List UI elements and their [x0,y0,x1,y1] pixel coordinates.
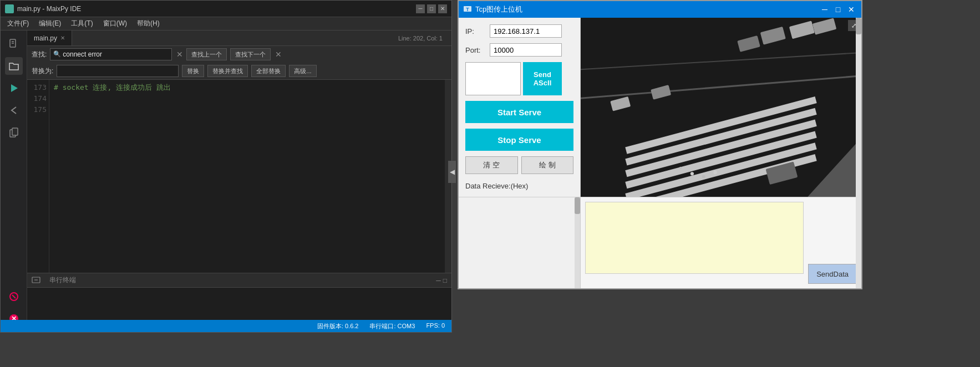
menu-file[interactable]: 文件(F) [3,18,33,29]
tcp-minimize-button[interactable]: ─ [819,4,830,15]
search-find-row: 查找: 🔍 ✕ 查找上一个 查找下一个 ✕ [32,48,282,60]
close-button[interactable]: ✕ [438,4,447,13]
replace-input[interactable] [57,65,179,77]
sidebar-disconnect-icon[interactable] [5,288,23,305]
tcp-title-text: Tcp图传上位机 [475,4,522,14]
find-search-icon: 🔍 [53,50,61,58]
tcp-app-icon: T [463,4,472,15]
image-display: ⤢ [581,18,861,197]
send-data-button[interactable]: SendData [808,264,857,284]
replace-all-button[interactable]: 全部替换 [251,65,286,77]
svg-point-35 [679,167,682,169]
code-line-173: # socket 连接, 连接成功后 跳出 [54,82,447,93]
maixpy-titlebar-controls: ─ □ ✕ [416,4,447,13]
editor-tab-main[interactable]: main.py ✕ [27,30,72,45]
sidebar-file-icon[interactable] [5,35,23,53]
action-buttons: 清 空 绘 制 [465,156,573,174]
terminal-minimize-icon[interactable]: ─ [436,277,441,284]
terminal-tab-serial[interactable]: 串行终端 [49,276,76,285]
terminal-tab-serial-icon [32,276,40,285]
port-input[interactable] [490,43,562,57]
minimize-button[interactable]: ─ [416,4,425,13]
svg-point-34 [713,171,717,174]
code-comment-173: # socket 连接, 连接成功后 跳出 [54,82,171,93]
maixpy-titlebar-left: main.py - MaixPy IDE [5,4,81,13]
serial-port: 串行端口: COM3 [369,322,415,330]
search-close-icon[interactable]: ✕ [275,50,282,59]
sidebar-copy-icon[interactable] [5,124,23,141]
ip-field-row: IP: [465,24,573,38]
search-clear-icon[interactable]: ✕ [176,50,183,59]
maixpy-body: ✕ main.py ✕ Line: 202, Col: 1 查找: 🔍 [1,30,451,332]
hex-vertical-scrollbar[interactable] [575,197,580,288]
draw-button[interactable]: 绘 制 [521,156,574,174]
editor-tabs: main.py ✕ Line: 202, Col: 1 [27,30,451,46]
send-area: SendAScII [465,62,573,95]
send-text-area[interactable] [465,62,521,95]
tcp-scrollbar-handle[interactable] [856,18,861,34]
search-bar: 查找: 🔍 ✕ 查找上一个 查找下一个 ✕ 替换为: 替换 替换并查找 全部替换 [27,46,451,80]
replace-find-button[interactable]: 替换并查找 [207,65,248,77]
maixpy-title-text: main.py - MaixPy IDE [17,5,81,13]
sidebar-back-icon[interactable] [5,101,23,119]
terminal-tabs: 串行终端 ─ □ [27,273,451,288]
svg-marker-3 [11,84,18,92]
menu-window[interactable]: 窗口(W) [99,18,131,29]
replace-label: 替换为: [32,67,53,76]
ip-input[interactable] [490,24,562,38]
line-number-175: 175 [27,104,47,115]
tcp-titlebar: T Tcp图传上位机 ─ □ ✕ [459,1,861,18]
svg-rect-5 [12,128,18,135]
terminal-maximize-icon[interactable]: □ [443,277,447,284]
svg-point-32 [690,172,694,175]
terminal-tab-labels: 串行终端 [32,276,76,285]
maixpy-sidebar: ✕ [1,30,27,332]
send-ascii-button[interactable]: SendAScII [523,62,562,95]
menu-help[interactable]: 帮助(H) [133,18,164,29]
maximize-button[interactable]: □ [427,4,436,13]
maixpy-menubar: 文件(F) 编辑(E) 工具(T) 窗口(W) 帮助(H) [1,17,451,30]
sidebar-folder-icon[interactable] [5,57,23,75]
tcp-right-panel: ⤢ [581,18,861,197]
status-right: 固件版本: 0.6.2 串行端口: COM3 FPS: 0 [317,322,445,330]
terminal-tab-controls: ─ □ [436,277,447,284]
advanced-button[interactable]: 高级... [289,65,316,77]
maixpy-titlebar: main.py - MaixPy IDE ─ □ ✕ [1,1,451,17]
stop-serve-button[interactable]: Stop Serve [465,129,573,151]
port-label: Port: [465,46,485,54]
tcp-close-button[interactable]: ✕ [846,4,857,15]
search-label: 查找: [32,50,47,59]
menu-edit[interactable]: 编辑(E) [34,18,65,29]
search-prev-button[interactable]: 查找上一个 [186,48,227,60]
send-data-area: SendData [581,197,861,288]
port-field-row: Port: [465,43,573,57]
svg-point-33 [702,175,705,178]
clear-button[interactable]: 清 空 [465,156,518,174]
collapse-arrow[interactable]: ◀ [448,161,456,183]
svg-line-7 [12,295,16,298]
ip-label: IP: [465,27,485,35]
tcp-titlebar-controls: ─ □ ✕ [819,4,857,15]
tcp-titlebar-title: T Tcp图传上位机 [463,4,522,15]
tcp-right-vertical-scrollbar[interactable] [856,18,861,288]
code-editor[interactable]: 173 174 175 # socket 连接, 连接成功后 跳出 [27,80,451,273]
line-number-173: 173 [27,82,47,93]
firmware-version: 固件版本: 0.6.2 [317,322,359,330]
status-bar: 固件版本: 0.6.2 串行端口: COM3 FPS: 0 [1,320,451,332]
tcp-maximize-button[interactable]: □ [832,4,844,15]
send-data-textarea[interactable] [585,202,804,274]
tcp-window: T Tcp图传上位机 ─ □ ✕ IP: Port: [458,0,862,289]
search-next-button[interactable]: 查找下一个 [230,48,271,60]
tcp-left-panel: IP: Port: SendAScII Start Serve Stop Ser… [459,18,581,197]
editor-tab-close-icon[interactable]: ✕ [60,35,65,41]
search-input[interactable] [50,48,172,60]
replace-button[interactable]: 替换 [182,65,204,77]
code-content: # socket 连接, 连接成功后 跳出 [49,80,451,273]
line-number-174: 174 [27,93,47,104]
hex-scrollbar-handle[interactable] [575,197,580,214]
sidebar-run-icon[interactable] [5,79,23,97]
data-hex-area[interactable] [459,197,581,288]
aerial-road-svg [581,18,861,197]
menu-tools[interactable]: 工具(T) [67,18,97,29]
start-serve-button[interactable]: Start Serve [465,101,573,123]
